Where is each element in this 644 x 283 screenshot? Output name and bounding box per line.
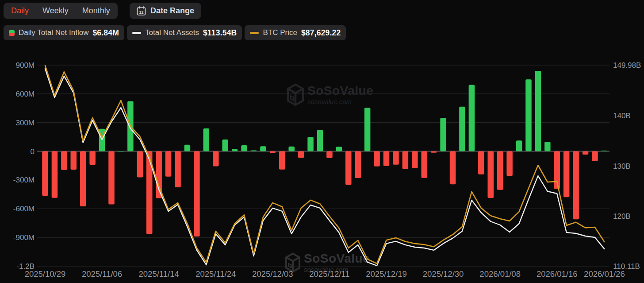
flow-chart-canvas[interactable]: 900M600M300M0-300M-600M-900M-1.2B149.98B…: [0, 0, 644, 283]
bar-2025/12/19[interactable]: [383, 151, 390, 166]
bar-2025/11/24[interactable]: [213, 151, 219, 167]
bar-2025/12/10[interactable]: [317, 130, 323, 151]
bar-2025/12/01[interactable]: [251, 150, 257, 151]
bar-2025/11/17[interactable]: [165, 151, 172, 177]
bar-2026/01/08[interactable]: [497, 151, 503, 190]
bar-2026/01/05[interactable]: [469, 85, 475, 151]
calendar-icon: 12: [137, 6, 146, 16]
left-axis-tick-label: -300M: [13, 176, 34, 184]
bar-2026/01/21[interactable]: [573, 151, 579, 220]
bar-2025/12/03[interactable]: [270, 151, 276, 153]
bar-2025/12/02[interactable]: [260, 146, 266, 151]
left-axis-tick-label: 600M: [15, 90, 34, 98]
btc-line-swatch-icon: [250, 32, 259, 34]
bar-2026/01/13[interactable]: [525, 79, 532, 151]
bar-2025/12/18[interactable]: [374, 151, 380, 167]
btc-etf-flow-dashboard: SoSoValue sosovalue.com SoSoValue sosova…: [0, 0, 644, 283]
period-tabbar: Daily Weekly Monthly: [4, 3, 118, 19]
legend-label: Total Net Assets: [145, 28, 199, 37]
legend-label: BTC Price: [263, 28, 297, 37]
x-axis-tick-label: 2025/12/03: [252, 269, 293, 279]
tab-daily[interactable]: Daily: [11, 6, 29, 16]
bar-2025/12/17[interactable]: [364, 108, 371, 151]
bar-2026/01/26[interactable]: [602, 151, 608, 151]
right-axis-tick-label: 120B: [613, 212, 631, 221]
legend-label: Daily Total Net Inflow: [19, 28, 88, 37]
bar-2025/11/26[interactable]: [232, 149, 238, 151]
bar-2025/12/05[interactable]: [288, 147, 295, 151]
x-axis-tick-label: 2025/12/11: [309, 269, 349, 279]
bar-2026/01/20[interactable]: [564, 151, 570, 198]
bar-2025/11/04[interactable]: [80, 151, 86, 206]
bar-2026/01/14[interactable]: [535, 71, 541, 151]
x-axis-tick-label: 2025/11/06: [82, 269, 122, 279]
tab-weekly[interactable]: Weekly: [42, 6, 69, 16]
bar-2025/12/30[interactable]: [440, 118, 446, 151]
x-axis-tick-label: 2025/11/24: [196, 269, 236, 279]
bar-2025/12/15[interactable]: [345, 151, 352, 185]
bar-2025/11/05[interactable]: [89, 151, 96, 165]
bar-2025/12/04[interactable]: [279, 151, 285, 170]
right-axis-tick-label: 130B: [613, 162, 631, 171]
bar-2025/11/19[interactable]: [184, 145, 191, 151]
left-axis-tick-label: -600M: [13, 205, 34, 213]
legend-daily-net-inflow[interactable]: Daily Total Net Inflow $6.84M: [4, 25, 124, 40]
bar-2025/11/20[interactable]: [194, 151, 200, 236]
bar-2025/11/28[interactable]: [241, 145, 247, 151]
bar-2025/10/31[interactable]: [61, 151, 67, 170]
bar-2026/01/07[interactable]: [487, 151, 494, 198]
bar-2025/12/29[interactable]: [431, 151, 437, 153]
bar-2026/01/09[interactable]: [506, 151, 513, 176]
bar-2025/12/16[interactable]: [355, 151, 361, 178]
tab-monthly[interactable]: Monthly: [82, 6, 110, 16]
btc-price-line: [45, 65, 604, 264]
legend-total-net-assets[interactable]: Total Net Assets $113.54B: [127, 25, 242, 40]
bar-2025/11/25[interactable]: [222, 140, 228, 151]
left-axis-tick-label: 900M: [15, 61, 34, 70]
x-axis-tick-label: 2026/01/16: [537, 269, 578, 279]
chart-legend: Daily Total Net Inflow $6.84M Total Net …: [4, 25, 346, 40]
bar-2025/11/10[interactable]: [118, 151, 124, 151]
left-axis-tick-label: 0: [31, 147, 34, 156]
x-axis-tick-label: 2025/12/19: [366, 269, 407, 279]
bar-2025/12/22[interactable]: [393, 151, 399, 165]
bar-2025/11/07[interactable]: [108, 151, 114, 205]
bar-2026/01/15[interactable]: [544, 142, 551, 151]
x-axis-tick-label: 2025/10/29: [25, 269, 66, 279]
bar-2026/01/22[interactable]: [583, 151, 589, 155]
left-axis-tick-label: 300M: [15, 119, 34, 127]
bar-2025/12/12[interactable]: [336, 147, 342, 151]
assets-line-swatch-icon: [132, 32, 141, 34]
bar-2025/12/23[interactable]: [402, 151, 409, 169]
total-net-assets-line: [45, 69, 604, 266]
bar-2026/01/02[interactable]: [459, 107, 465, 151]
bar-2025/10/30[interactable]: [52, 151, 58, 198]
bar-2025/11/18[interactable]: [175, 151, 181, 188]
bar-2025/12/26[interactable]: [421, 151, 427, 178]
x-axis-tick-label: 2025/12/30: [423, 269, 464, 279]
legend-value: $113.54B: [203, 28, 237, 38]
bar-2025/11/12[interactable]: [137, 151, 143, 178]
bar-2025/12/31[interactable]: [450, 151, 456, 185]
inflow-swatch-icon: [9, 30, 15, 36]
bar-2025/11/21[interactable]: [203, 128, 210, 151]
legend-btc-price[interactable]: BTC Price $87,629.22: [245, 25, 346, 40]
bar-2025/12/08[interactable]: [298, 151, 304, 158]
bar-2026/01/06[interactable]: [478, 151, 484, 174]
bar-2026/01/23[interactable]: [592, 151, 598, 161]
legend-value: $87,629.22: [301, 28, 341, 38]
left-axis-tick-label: -900M: [13, 233, 34, 242]
x-axis-tick-label: 2026/01/08: [479, 269, 521, 279]
right-axis-tick-label: 140B: [613, 112, 631, 120]
bar-2026/01/12[interactable]: [516, 140, 522, 151]
bar-2025/12/11[interactable]: [326, 151, 333, 158]
bar-2025/12/09[interactable]: [307, 137, 314, 151]
x-axis-tick-label: 2026/01/26: [584, 269, 625, 279]
date-range-button[interactable]: 12 Date Range: [130, 3, 201, 19]
bar-2025/11/03[interactable]: [71, 151, 77, 170]
legend-value: $6.84M: [92, 28, 119, 38]
date-range-label: Date Range: [150, 6, 194, 16]
right-axis-tick-label: 149.98B: [613, 61, 641, 70]
bar-2025/12/24[interactable]: [412, 151, 418, 168]
bar-2025/10/29[interactable]: [42, 151, 48, 196]
